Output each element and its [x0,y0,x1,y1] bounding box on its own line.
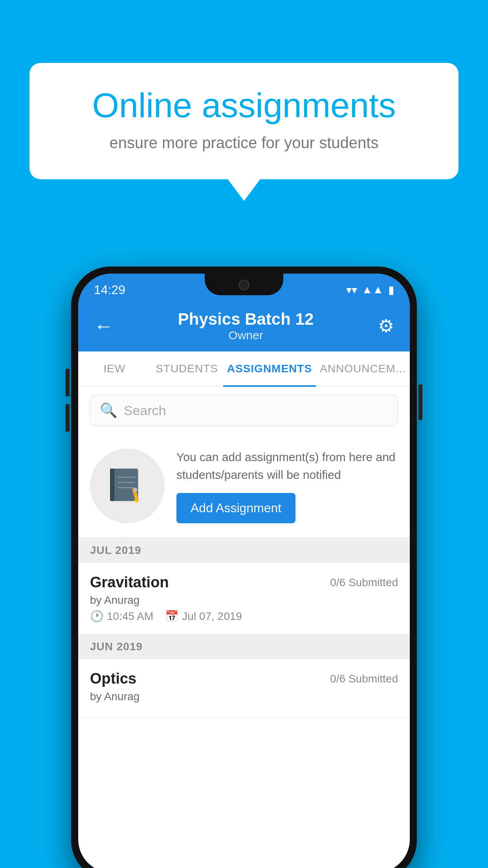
assignment-item-optics[interactable]: Optics 0/6 Submitted by Anurag [78,659,410,717]
tab-assignments[interactable]: ASSIGNMENTS [223,351,316,386]
section-header-jun: JUN 2019 [78,634,410,659]
tab-iew[interactable]: IEW [78,351,150,386]
search-placeholder: Search [124,403,166,418]
back-button[interactable]: ← [94,314,114,337]
tab-students[interactable]: STUDENTS [150,351,223,386]
search-icon: 🔍 [100,402,117,419]
tab-iew-label: IEW [103,362,125,375]
search-input-wrapper[interactable]: 🔍 Search [90,395,398,426]
batch-title: Physics Batch 12 [114,310,378,329]
add-assignment-description: You can add assignment(s) from here and … [176,448,398,484]
phone-notch [205,274,283,295]
wifi-icon: ▾▾ [346,283,357,296]
settings-icon[interactable]: ⚙ [378,315,394,337]
battery-icon: ▮ [388,283,394,296]
app-top-bar: ← Physics Batch 12 Owner ⚙ [78,302,410,351]
assignment-time-label-gravitation: 10:45 AM [107,610,153,623]
assignment-date-gravitation: 📅 Jul 07, 2019 [165,610,242,623]
assignment-meta-gravitation: 🕐 10:45 AM 📅 Jul 07, 2019 [90,610,398,623]
tabs-container: IEW STUDENTS ASSIGNMENTS ANNOUNCEM... [78,351,410,387]
speech-bubble-subtext: ensure more practice for your students [57,134,431,152]
assignment-date-label-gravitation: Jul 07, 2019 [182,610,242,623]
volume-down-button [66,404,70,432]
calendar-icon: 📅 [165,610,179,623]
tab-assignments-label: ASSIGNMENTS [227,362,312,375]
assignment-time-gravitation: 🕐 10:45 AM [90,610,153,623]
section-header-jul: JUL 2019 [78,538,410,563]
add-assignment-content: You can add assignment(s) from here and … [176,448,398,523]
status-time: 14:29 [94,283,125,297]
section-header-jun-label: JUN 2019 [90,640,143,653]
assignment-title-optics: Optics [90,670,136,687]
phone-frame: 14:29 ▾▾ ▲▲ ▮ ← Physics Batch 12 Owner ⚙… [71,267,417,868]
notebook-icon [106,464,149,508]
speech-bubble: Online assignments ensure more practice … [29,63,459,179]
batch-subtitle: Owner [114,329,378,342]
app-bar-title-block: Physics Batch 12 Owner [114,310,378,342]
speech-bubble-heading: Online assignments [57,86,431,125]
tab-announcements[interactable]: ANNOUNCEM... [316,351,410,386]
phone-screen: 14:29 ▾▾ ▲▲ ▮ ← Physics Batch 12 Owner ⚙… [78,274,410,868]
volume-up-button [66,369,70,396]
assignment-top-row: Gravitation 0/6 Submitted [90,574,398,591]
add-assignment-section: You can add assignment(s) from here and … [78,434,410,538]
signal-icon: ▲▲ [362,283,383,296]
assignment-submitted-optics: 0/6 Submitted [330,673,398,685]
speech-bubble-container: Online assignments ensure more practice … [29,63,459,179]
tab-students-label: STUDENTS [156,362,218,375]
assignment-author-gravitation: by Anurag [90,594,398,607]
assignment-optics-top-row: Optics 0/6 Submitted [90,670,398,687]
phone-camera [238,280,250,291]
assignment-author-optics: by Anurag [90,690,398,703]
assignment-item-gravitation[interactable]: Gravitation 0/6 Submitted by Anurag 🕐 10… [78,563,410,634]
tab-announcements-label: ANNOUNCEM... [320,362,406,375]
status-icons: ▾▾ ▲▲ ▮ [346,283,394,296]
clock-icon: 🕐 [90,610,104,623]
notebook-icon-circle [90,449,165,523]
section-header-jul-label: JUL 2019 [90,544,141,556]
add-assignment-button[interactable]: Add Assignment [176,493,295,523]
svg-rect-1 [110,469,114,501]
search-bar-section: 🔍 Search [78,387,410,434]
assignment-submitted-gravitation: 0/6 Submitted [330,576,398,589]
assignment-title-gravitation: Gravitation [90,574,169,591]
power-button [418,384,422,420]
